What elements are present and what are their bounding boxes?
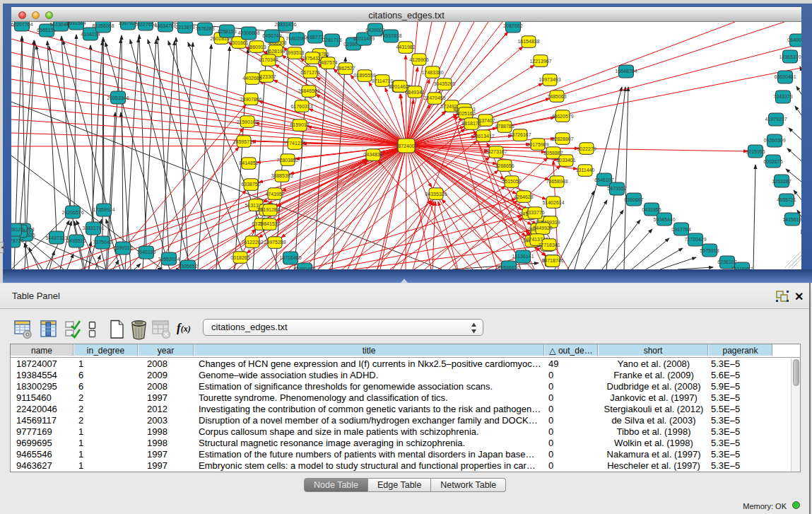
svg-text:5515058: 5515058 (502, 179, 521, 184)
svg-text:3268656: 3268656 (495, 163, 514, 168)
svg-text:26116957: 26116957 (731, 267, 753, 269)
svg-text:16154838: 16154838 (517, 39, 539, 44)
svg-text:22470455: 22470455 (423, 95, 445, 100)
svg-text:14136141: 14136141 (512, 254, 534, 259)
svg-text:26846563: 26846563 (298, 88, 319, 93)
svg-text:4743957: 4743957 (265, 192, 284, 197)
svg-text:09260309: 09260309 (763, 138, 785, 143)
svg-text:5575918: 5575918 (700, 248, 719, 253)
svg-text:4333776: 4333776 (525, 210, 544, 215)
svg-text:4788783: 4788783 (495, 124, 514, 129)
svg-text:10973493: 10973493 (539, 77, 560, 82)
svg-text:17359924: 17359924 (93, 207, 114, 212)
svg-text:7576283: 7576283 (195, 26, 214, 31)
svg-text:9487574: 9487574 (318, 60, 337, 65)
svg-text:28907866: 28907866 (240, 97, 261, 102)
svg-text:6546107: 6546107 (594, 177, 613, 182)
svg-text:8414852: 8414852 (239, 160, 258, 165)
svg-text:8818174: 8818174 (461, 121, 481, 126)
svg-text:6439008: 6439008 (365, 28, 384, 33)
svg-text:84335326: 84335326 (425, 192, 447, 197)
svg-text:0640037: 0640037 (787, 37, 801, 42)
svg-text:2493516: 2493516 (66, 238, 86, 243)
svg-text:65630481: 65630481 (774, 74, 796, 79)
svg-text:8033401: 8033401 (556, 158, 575, 163)
svg-text:77718341: 77718341 (538, 243, 560, 247)
svg-text:9022279: 9022279 (577, 146, 596, 151)
svg-text:5873557: 5873557 (607, 186, 626, 191)
svg-text:6691564: 6691564 (66, 22, 86, 25)
svg-text:0431955: 0431955 (642, 207, 661, 212)
svg-text:3215955: 3215955 (746, 149, 765, 154)
svg-text:4264628: 4264628 (514, 194, 533, 199)
svg-text:60207764: 60207764 (11, 22, 33, 27)
svg-text:29841537: 29841537 (258, 221, 280, 226)
svg-text:6671276: 6671276 (300, 70, 319, 75)
svg-text:20206576: 20206576 (61, 210, 83, 215)
svg-text:20053346: 20053346 (107, 95, 129, 100)
svg-text:1258153: 1258153 (217, 29, 236, 34)
svg-text:21590109: 21590109 (236, 119, 258, 124)
svg-text:76122202: 76122202 (241, 240, 263, 245)
svg-text:30435205: 30435205 (433, 81, 455, 86)
svg-text:1862527: 1862527 (336, 66, 355, 71)
svg-text:48620579: 48620579 (551, 114, 573, 119)
svg-text:17483380: 17483380 (421, 70, 443, 75)
svg-text:24595711: 24595711 (233, 139, 255, 144)
svg-text:13078716: 13078716 (11, 238, 24, 243)
svg-text:64460495: 64460495 (293, 267, 315, 269)
svg-text:1253287: 1253287 (772, 179, 791, 184)
svg-text:2281718: 2281718 (322, 37, 341, 42)
svg-text:24273167: 24273167 (485, 149, 507, 154)
svg-text:6338750: 6338750 (241, 182, 260, 187)
svg-text:41979237: 41979237 (765, 117, 787, 122)
svg-text:83726167: 83726167 (509, 132, 531, 137)
svg-text:4126906: 4126906 (409, 57, 428, 62)
svg-text:97114710: 97114710 (372, 78, 394, 83)
svg-text:04718746: 04718746 (541, 258, 563, 263)
svg-text:61760313: 61760313 (290, 104, 312, 109)
svg-text:49306668: 49306668 (237, 30, 259, 35)
svg-text:38885393: 38885393 (271, 173, 293, 178)
svg-text:4402685: 4402685 (242, 76, 261, 81)
svg-text:08227654: 08227654 (134, 22, 156, 27)
svg-text:9305652: 9305652 (178, 264, 197, 269)
svg-text:6236107: 6236107 (717, 259, 736, 264)
svg-text:28831436: 28831436 (274, 22, 296, 27)
svg-text:0025167: 0025167 (456, 111, 475, 116)
svg-text:38831701: 38831701 (82, 226, 104, 230)
svg-text:7343373: 7343373 (773, 94, 792, 99)
svg-text:6360607: 6360607 (624, 197, 643, 202)
svg-text:4655721: 4655721 (777, 197, 796, 202)
svg-text:3191284: 3191284 (260, 207, 279, 212)
svg-text:6450749: 6450749 (262, 33, 281, 38)
svg-text:29975288: 29975288 (264, 240, 286, 245)
svg-text:15716485: 15716485 (279, 255, 301, 260)
svg-text:6828126: 6828126 (11, 227, 24, 232)
svg-text:01895559: 01895559 (353, 73, 375, 78)
svg-text:18724007: 18724007 (395, 144, 417, 148)
svg-text:74537838: 74537838 (379, 33, 401, 38)
svg-text:9170342: 9170342 (259, 57, 278, 62)
svg-text:5449920: 5449920 (533, 226, 552, 230)
svg-text:6002675: 6002675 (763, 159, 782, 164)
svg-text:59045440: 59045440 (653, 217, 675, 222)
svg-text:60536630: 60536630 (498, 265, 519, 269)
svg-text:4431982: 4431982 (396, 45, 415, 49)
svg-text:51402614: 51402614 (542, 200, 564, 205)
svg-text:1993518: 1993518 (285, 50, 304, 55)
svg-text:2087682: 2087682 (503, 23, 522, 28)
svg-text:16648784: 16648784 (615, 69, 637, 74)
svg-text:85356068: 85356068 (92, 23, 114, 28)
svg-text:2213878: 2213878 (175, 25, 194, 30)
svg-text:54437323: 54437323 (45, 235, 67, 240)
svg-text:0317764: 0317764 (671, 227, 690, 232)
svg-text:82828807: 82828807 (551, 136, 573, 141)
svg-text:80175989: 80175989 (526, 142, 548, 147)
svg-text:8058887: 8058887 (543, 151, 563, 156)
svg-text:6849340: 6849340 (405, 90, 424, 95)
svg-text:0018263: 0018263 (230, 255, 249, 260)
svg-text:30552034: 30552034 (158, 257, 180, 262)
svg-text:1311440: 1311440 (576, 168, 595, 173)
svg-text:86111489: 86111489 (353, 36, 375, 41)
